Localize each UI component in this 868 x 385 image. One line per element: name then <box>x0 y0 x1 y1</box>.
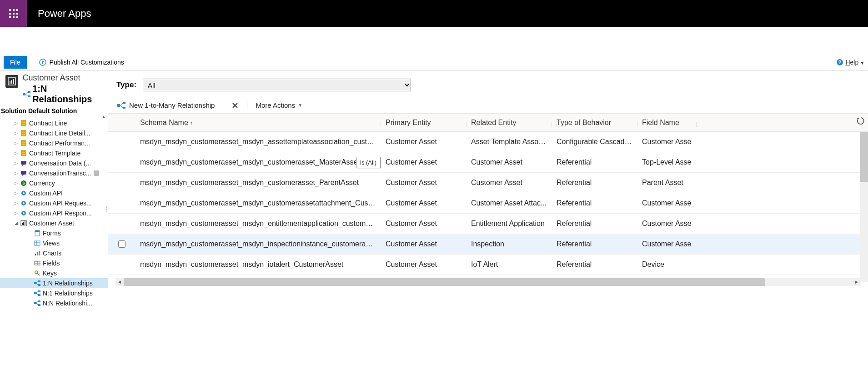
expand-icon[interactable]: ▷ <box>14 181 18 185</box>
expand-icon[interactable]: ▷ <box>14 161 18 165</box>
svg-line-72 <box>36 293 38 295</box>
entity-icon <box>5 75 18 88</box>
table-row[interactable]: msdyn_msdyn_customerasset_msdyn_assettem… <box>108 132 868 152</box>
expand-icon[interactable]: ▷ <box>14 211 18 215</box>
tree-child-keys[interactable]: Keys <box>0 268 108 278</box>
svg-rect-13 <box>10 81 10 84</box>
table-row[interactable]: msdyn_msdyn_customerasset_msdyn_iotalert… <box>108 255 868 275</box>
publish-all-button[interactable]: Publish All Customizations <box>36 56 127 68</box>
expand-icon[interactable]: ▷ <box>14 191 18 195</box>
svg-line-81 <box>120 103 123 105</box>
svg-rect-46 <box>22 223 23 225</box>
table-row[interactable]: msdyn_msdyn_customerasset_msdyn_customer… <box>108 152 868 173</box>
contract-icon <box>20 140 27 147</box>
svg-marker-36 <box>22 175 24 176</box>
svg-rect-3 <box>9 13 11 15</box>
tree-item-label: ConversationTransc... <box>29 170 91 177</box>
svg-rect-1 <box>13 9 15 11</box>
tree-child-label: Views <box>43 240 60 247</box>
svg-rect-51 <box>35 241 40 245</box>
tree-item-label: Custom API Reques... <box>29 200 92 207</box>
cell-behavior: Referential <box>552 260 637 269</box>
tree-child-label: Forms <box>43 230 61 237</box>
tree-child-1-n-relationships[interactable]: 1:N Relationships <box>0 278 108 288</box>
expand-icon[interactable]: ▷ <box>14 131 18 135</box>
tree-item-contract-template[interactable]: ▷Contract Template <box>0 148 108 158</box>
relationships-grid: Schema Name↑ Primary Entity Related Enti… <box>108 113 868 275</box>
col-primary-entity[interactable]: Primary Entity <box>381 119 467 127</box>
tree-item-label: Contract Performan... <box>29 140 90 147</box>
expand-icon[interactable]: ▷ <box>14 201 18 205</box>
table-row[interactable]: msdyn_msdyn_customerasset_msdyn_customer… <box>108 193 868 214</box>
type-select[interactable]: All <box>143 79 411 91</box>
tree-item-custom-api-reques-[interactable]: ▷Custom API Reques... <box>0 198 108 208</box>
tree-item-contract-line-detail-[interactable]: ▷Contract Line Detail... <box>0 128 108 138</box>
expand-icon[interactable]: ▷ <box>14 151 18 155</box>
refresh-button[interactable] <box>856 116 865 125</box>
horizontal-scrollbar-thumb[interactable] <box>124 278 765 286</box>
api-icon <box>20 210 27 217</box>
relationship-icon <box>117 102 125 109</box>
cell-field: Device <box>637 260 697 269</box>
cell-field: Customer Asse <box>637 220 697 228</box>
app-launcher-button[interactable] <box>0 0 27 27</box>
row-checkbox[interactable] <box>118 240 125 248</box>
col-field-name[interactable]: Field Name <box>637 119 697 127</box>
svg-point-42 <box>23 202 25 204</box>
horizontal-scrollbar[interactable]: ◄ ► <box>115 278 861 286</box>
col-behavior[interactable]: Type of Behavior <box>552 119 637 127</box>
svg-rect-50 <box>35 230 40 232</box>
svg-line-66 <box>36 281 38 283</box>
col-related-entity[interactable]: Related Entity <box>467 119 552 127</box>
tree-child-forms[interactable]: Forms <box>0 228 108 238</box>
tree-item-conversationtransc-[interactable]: ▷ConversationTransc... <box>0 168 108 178</box>
tree-child-n-n-relationshi-[interactable]: N:N Relationshi... <box>0 298 108 308</box>
svg-text:$: $ <box>22 181 25 185</box>
tree-item-conversation-data-[interactable]: ▷Conversation Data (... <box>0 158 108 168</box>
header-spacer <box>0 27 868 54</box>
tree-item-customer-asset[interactable]: ◢Customer Asset <box>0 218 108 228</box>
expand-icon[interactable]: ◢ <box>14 221 18 225</box>
scroll-right-icon[interactable]: ► <box>853 278 861 286</box>
tree-child-n-1-relationships[interactable]: N:1 Relationships <box>0 288 108 298</box>
cell-related: Customer Asset Attac... <box>467 199 552 207</box>
file-button[interactable]: File <box>4 56 27 69</box>
vertical-scrollbar-thumb[interactable] <box>860 132 868 182</box>
tree-item-custom-api[interactable]: ▷Custom API <box>0 188 108 198</box>
svg-rect-70 <box>38 294 40 296</box>
expand-icon[interactable]: ▷ <box>14 121 18 125</box>
cell-primary: Customer Asset <box>381 199 467 207</box>
svg-text:?: ? <box>838 60 842 65</box>
new-relationship-button[interactable]: New 1-to-Many Relationship <box>113 100 219 111</box>
svg-rect-18 <box>28 95 30 97</box>
scroll-left-icon[interactable]: ◄ <box>115 278 124 286</box>
svg-line-76 <box>36 301 38 303</box>
cell-behavior: Configurable Cascading <box>552 138 637 146</box>
more-actions-button[interactable]: More Actions ▼ <box>251 100 307 111</box>
tree-item-contract-line[interactable]: ▷Contract Line <box>0 118 108 128</box>
tree-child-views[interactable]: Views <box>0 238 108 248</box>
table-row[interactable]: msdyn_msdyn_customerasset_msdyn_entitlem… <box>108 214 868 234</box>
tree-child-fields[interactable]: Fields <box>0 258 108 268</box>
expand-icon[interactable]: ▷ <box>14 171 18 175</box>
cell-behavior: Referential <box>552 240 637 248</box>
svg-rect-75 <box>38 304 40 306</box>
svg-line-77 <box>36 303 38 305</box>
expand-icon[interactable]: ▷ <box>14 141 18 145</box>
table-row[interactable]: msdyn_msdyn_customerasset_msdyn_customer… <box>108 173 868 193</box>
tree-child-charts[interactable]: Charts <box>0 248 108 258</box>
cell-related: Entitlement Application <box>467 220 552 228</box>
col-schema-name[interactable]: Schema Name↑ <box>135 119 381 127</box>
tree-item-contract-performan-[interactable]: ▷Contract Performan... <box>0 138 108 148</box>
svg-rect-17 <box>28 91 30 93</box>
table-row[interactable]: msdyn_msdyn_customerasset_msdyn_inspecti… <box>108 234 868 255</box>
delete-button[interactable] <box>227 100 243 111</box>
cell-related: Customer Asset <box>467 179 552 187</box>
tree-item-currency[interactable]: ▷$Currency <box>0 178 108 188</box>
svg-rect-16 <box>23 93 25 95</box>
cell-related: Customer Asset <box>467 158 552 166</box>
help-link[interactable]: ? Help ▼ <box>836 59 864 66</box>
tree-item-custom-api-respon-[interactable]: ▷Custom API Respon... <box>0 208 108 218</box>
help-icon: ? <box>836 59 843 66</box>
publish-label: Publish All Customizations <box>50 59 124 66</box>
